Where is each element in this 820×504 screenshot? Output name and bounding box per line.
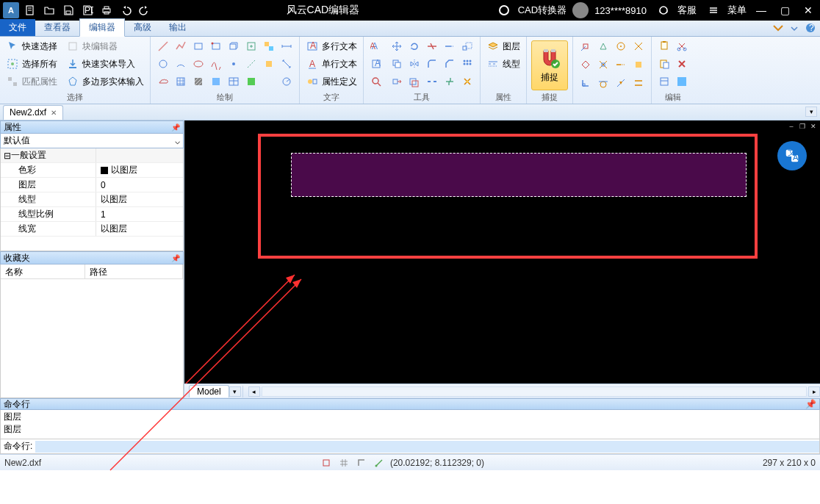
hscroll-track[interactable] (262, 386, 807, 397)
menu-link[interactable]: 菜单 (727, 4, 747, 17)
ellipse-icon[interactable] (190, 56, 206, 72)
mtext-button[interactable]: A多行文本 (304, 38, 359, 54)
spline-icon[interactable] (208, 56, 224, 72)
pin-icon[interactable]: 📌 (805, 399, 816, 409)
stretch-icon[interactable] (389, 73, 405, 90)
layer-button[interactable]: 图层 (485, 38, 522, 54)
explode-icon[interactable] (459, 73, 475, 90)
line-icon[interactable] (155, 38, 171, 54)
region-icon[interactable] (208, 73, 224, 90)
snap-perp-icon[interactable] (578, 75, 594, 91)
tab-viewer[interactable]: 查看器 (35, 19, 79, 36)
status-snap-icon[interactable] (320, 457, 333, 469)
move-icon[interactable] (389, 38, 405, 54)
tab-file[interactable]: 文件 (0, 19, 35, 36)
pin-icon[interactable]: 📌 (171, 123, 180, 132)
insert-icon[interactable] (243, 38, 259, 54)
scale-icon[interactable] (459, 38, 475, 54)
snap-near-icon[interactable] (613, 75, 629, 91)
pin-icon[interactable]: 📌 (171, 254, 180, 262)
snap-quad-icon[interactable] (578, 57, 594, 73)
delete-icon[interactable] (674, 56, 690, 72)
mirror-text-icon[interactable]: AA (368, 38, 384, 54)
tab-scroll-dropdown[interactable]: ▾ (229, 386, 241, 397)
snap-ins-icon[interactable] (630, 57, 647, 73)
snap-tan-icon[interactable] (595, 75, 611, 91)
more-icon[interactable] (674, 73, 690, 90)
tab-advanced[interactable]: 高级 (125, 19, 160, 36)
point-icon[interactable] (226, 56, 242, 72)
snap-end-icon[interactable] (578, 38, 594, 54)
maximize-button[interactable]: ▢ (776, 3, 794, 18)
snap-ext-icon[interactable] (613, 57, 629, 73)
minimize-button[interactable]: — (752, 3, 770, 18)
support-icon[interactable] (655, 2, 672, 18)
solid-hatch-icon[interactable] (190, 73, 206, 90)
copy-icon[interactable] (389, 56, 405, 72)
trim-icon[interactable] (424, 38, 440, 54)
style-icon[interactable]: A (368, 56, 384, 72)
offset-icon[interactable] (406, 73, 422, 90)
join-icon[interactable] (442, 73, 458, 90)
rect-icon[interactable] (190, 38, 206, 54)
attrdef-button[interactable]: 属性定义 (304, 73, 359, 90)
prop-row-color[interactable]: 色彩以图层 (1, 163, 183, 178)
paste-icon[interactable] (656, 56, 672, 72)
poly-import-button[interactable]: 多边形实体输入 (65, 73, 145, 90)
support-link[interactable]: 客服 (677, 4, 697, 17)
rect3p-icon[interactable] (208, 38, 224, 54)
redo-icon[interactable] (137, 2, 153, 18)
block-insert-icon[interactable] (261, 38, 277, 54)
mirror-icon[interactable] (406, 56, 422, 72)
file-tab-close-icon[interactable]: ✕ (51, 109, 57, 117)
snap-node-icon[interactable] (630, 38, 647, 54)
rotate-icon[interactable] (406, 38, 422, 54)
file-tab[interactable]: New2.dxf ✕ (3, 105, 63, 120)
canvas-min-icon[interactable]: – (786, 122, 796, 131)
revcloud-icon[interactable] (155, 73, 171, 90)
status-grid-icon[interactable] (337, 457, 350, 469)
tab-editor[interactable]: 编辑器 (79, 18, 125, 37)
new-file-icon[interactable] (22, 2, 38, 18)
fav-col-path[interactable]: 路径 (85, 264, 183, 278)
fav-col-name[interactable]: 名称 (1, 264, 85, 278)
quick-select-button[interactable]: 快速选择 (4, 38, 59, 54)
translate-fab-icon[interactable]: 文A (777, 141, 807, 170)
hscroll-right-icon[interactable]: ▸ (808, 386, 820, 397)
open-file-icon[interactable] (41, 2, 57, 18)
undo-icon[interactable] (118, 2, 134, 18)
prop-row-lineweight[interactable]: 线宽以图层 (1, 222, 183, 237)
chamfer-icon[interactable] (442, 56, 458, 72)
wipeout-icon[interactable] (243, 73, 259, 90)
props-edit-icon[interactable] (656, 73, 672, 90)
find-icon[interactable] (368, 73, 384, 90)
close-button[interactable]: ✕ (799, 3, 817, 18)
prop-section-general[interactable]: ⊟ 一般设置 (1, 148, 183, 163)
snap-int-icon[interactable] (595, 57, 611, 73)
customize-icon[interactable] (772, 22, 785, 34)
hscroll-left-icon[interactable]: ◂ (248, 386, 260, 397)
property-filter-dropdown[interactable]: 默认值 ⌵ (0, 134, 184, 148)
snap-button[interactable]: 捕捉 (531, 40, 568, 90)
box-icon[interactable] (226, 38, 242, 54)
converter-icon[interactable] (496, 2, 512, 18)
linetype-button[interactable]: 线型 (485, 56, 522, 72)
snap-mid-icon[interactable] (595, 38, 611, 54)
cut-icon[interactable] (674, 38, 690, 54)
construction-icon[interactable] (261, 56, 277, 72)
circle-icon[interactable] (155, 56, 171, 72)
save-icon[interactable] (60, 2, 76, 18)
print-icon[interactable] (98, 2, 115, 18)
extend-icon[interactable] (442, 38, 458, 54)
canvas-close-icon[interactable]: ✕ (808, 122, 819, 131)
text-button[interactable]: A单行文本 (304, 56, 359, 72)
save-pdf-icon[interactable]: PDF (79, 2, 96, 18)
dim-icon[interactable] (278, 38, 295, 54)
match-props-button[interactable]: 匹配属性 (4, 73, 59, 90)
help-icon[interactable]: ? (804, 22, 817, 34)
polyline-icon[interactable] (173, 38, 189, 54)
drawing-canvas[interactable]: – ❐ ✕ 文A (184, 120, 820, 384)
model-tab[interactable]: Model (189, 385, 229, 397)
converter-link[interactable]: CAD转换器 (518, 4, 567, 17)
copyclip-icon[interactable] (656, 38, 672, 54)
